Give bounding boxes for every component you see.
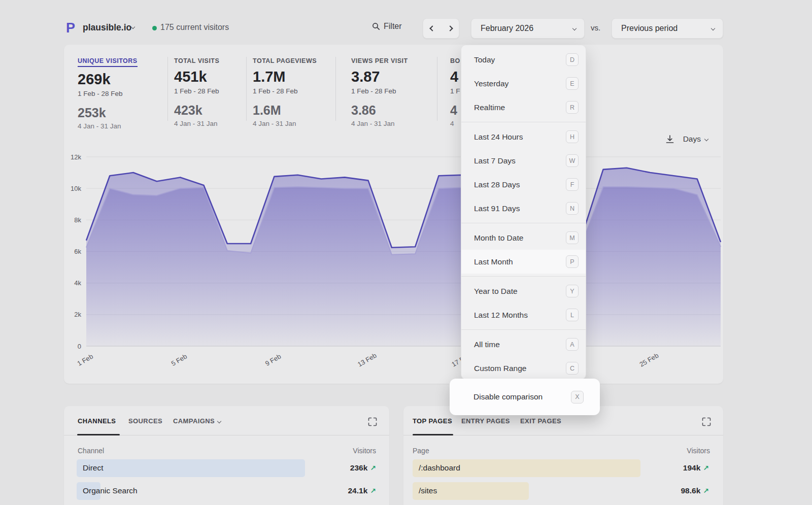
site-selector[interactable]: plausible.io xyxy=(83,22,131,33)
menu-item-custom-range[interactable]: Custom RangeC xyxy=(461,356,586,380)
next-period-arrow-button[interactable] xyxy=(447,25,453,31)
menu-item-disable-comparison[interactable]: Disable comparison xyxy=(473,392,543,401)
shortcut-badge: D xyxy=(566,53,579,66)
chevron-down-icon xyxy=(704,137,708,141)
stat-label: VIEWS PER VISIT xyxy=(351,57,408,64)
y-axis-tick: 4k xyxy=(74,279,81,287)
table-row[interactable]: /sites98.6k↗ xyxy=(413,482,709,500)
shortcut-badge: C xyxy=(566,362,579,375)
column-header: Visitors xyxy=(353,447,376,455)
comparison-menu: Disable comparison X xyxy=(450,379,600,415)
stat-prev-value: 3.86 xyxy=(351,104,443,117)
column-header: Page xyxy=(413,447,429,455)
stat-views-per-visit[interactable]: VIEWS PER VISIT3.871 Feb - 28 Feb3.864 J… xyxy=(351,56,443,127)
menu-item-last-month[interactable]: Last MonthP xyxy=(461,250,586,274)
stat-value: 451k xyxy=(174,69,265,84)
live-dot-icon xyxy=(152,26,157,30)
shortcut-badge: Y xyxy=(566,285,579,297)
row-bar xyxy=(77,459,305,477)
comparison-picker-button[interactable]: Previous period xyxy=(612,18,723,39)
channels-panel: CHANNELSSOURCESCAMPAIGNS Channel Visitor… xyxy=(64,406,389,505)
tab-campaigns[interactable]: CAMPAIGNS xyxy=(173,417,221,425)
menu-item-yesterday[interactable]: YesterdayE xyxy=(461,72,586,95)
menu-item-today[interactable]: TodayD xyxy=(461,48,586,72)
row-value: 24.1k↗ xyxy=(348,486,376,495)
menu-section: All timeACustom RangeC xyxy=(461,329,586,380)
menu-item-label: Last 24 Hours xyxy=(474,132,523,142)
stat-period: 1 Feb - 28 Feb xyxy=(253,87,344,95)
column-header: Channel xyxy=(78,447,104,455)
menu-item-label: Year to Date xyxy=(474,287,518,296)
menu-item-last-7-days[interactable]: Last 7 DaysW xyxy=(461,149,586,173)
shortcut-badge: R xyxy=(566,101,579,114)
chevron-down-icon xyxy=(711,26,715,30)
tab-label: CAMPAIGNS xyxy=(173,417,215,425)
table-row[interactable]: /:dashboard194k↗ xyxy=(413,459,709,477)
stat-total-visits[interactable]: TOTAL VISITS451k1 Feb - 28 Feb423k4 Jan … xyxy=(174,56,265,127)
stat-prev-period: 4 Jan - 31 Jan xyxy=(253,120,344,127)
filter-button[interactable]: Filter xyxy=(372,22,402,31)
shortcut-badge: L xyxy=(566,309,579,321)
menu-item-all-time[interactable]: All timeA xyxy=(461,332,586,356)
active-tab-underline xyxy=(413,434,453,435)
stat-divider xyxy=(437,57,437,121)
stat-value: 3.87 xyxy=(351,69,443,84)
stat-divider xyxy=(246,57,247,121)
tab-entry-pages[interactable]: ENTRY PAGES xyxy=(461,417,510,425)
stat-period: 1 Feb - 28 Feb xyxy=(78,90,169,97)
menu-item-label: Last 7 Days xyxy=(474,156,516,165)
menu-section: Last 24 HoursHLast 7 DaysWLast 28 DaysFL… xyxy=(461,122,586,223)
visitors-card: UNIQUE VISITORS269k1 Feb - 28 Feb253k4 J… xyxy=(64,45,723,384)
menu-item-last-24-hours[interactable]: Last 24 HoursH xyxy=(461,125,586,149)
main-series-line xyxy=(86,168,721,248)
x-axis-tick: 5 Feb xyxy=(170,352,188,367)
tab-label: CHANNELS xyxy=(78,417,116,425)
stat-prev-period: 4 Jan - 31 Jan xyxy=(78,122,169,130)
current-visitors-link[interactable]: 175 current visitors xyxy=(160,23,229,32)
menu-item-year-to-date[interactable]: Year to DateY xyxy=(461,279,586,303)
shortcut-badge: N xyxy=(566,202,579,215)
menu-item-label: Custom Range xyxy=(474,364,526,373)
tab-exit-pages[interactable]: EXIT PAGES xyxy=(520,417,561,425)
chevron-down-icon xyxy=(217,419,221,423)
expand-icon[interactable] xyxy=(702,417,711,426)
x-axis-tick: 9 Feb xyxy=(264,352,282,367)
filter-label: Filter xyxy=(384,22,402,31)
date-arrows xyxy=(423,18,459,39)
top-bar: P plausible.io 175 current visitors Filt… xyxy=(0,0,812,41)
stat-total-pageviews[interactable]: TOTAL PAGEVIEWS1.7M1 Feb - 28 Feb1.6M4 J… xyxy=(253,56,344,127)
stat-label: BO xyxy=(450,57,460,64)
menu-item-last-28-days[interactable]: Last 28 DaysF xyxy=(461,173,586,196)
row-value: 98.6k↗ xyxy=(681,486,709,495)
date-range-picker-button[interactable]: February 2026 xyxy=(471,18,585,39)
stat-label: TOTAL VISITS xyxy=(174,57,219,64)
tab-sources[interactable]: SOURCES xyxy=(128,417,162,425)
stat-unique-visitors[interactable]: UNIQUE VISITORS269k1 Feb - 28 Feb253k4 J… xyxy=(78,56,169,130)
tab-label: ENTRY PAGES xyxy=(461,417,510,425)
stat-prev-period: 4 Jan - 31 Jan xyxy=(174,120,265,127)
menu-item-label: Yesterday xyxy=(474,79,509,88)
download-icon[interactable] xyxy=(665,134,675,144)
menu-item-last-12-months[interactable]: Last 12 MonthsL xyxy=(461,303,586,327)
y-axis-tick: 8k xyxy=(74,216,81,224)
menu-item-label: Today xyxy=(474,55,495,64)
shortcut-badge: X xyxy=(571,391,584,403)
tab-top-pages[interactable]: TOP PAGES xyxy=(413,417,452,425)
menu-item-label: Realtime xyxy=(474,103,505,112)
stat-period: 1 Feb - 28 Feb xyxy=(351,87,443,95)
menu-item-last-91-days[interactable]: Last 91 DaysN xyxy=(461,196,586,220)
menu-item-realtime[interactable]: RealtimeR xyxy=(461,95,586,119)
stat-prev-value: 423k xyxy=(174,104,265,117)
table-row[interactable]: Organic Search24.1k↗ xyxy=(77,482,376,500)
menu-item-label: Last 91 Days xyxy=(474,204,520,213)
table-row[interactable]: Direct236k↗ xyxy=(77,459,376,477)
menu-item-label: Month to Date xyxy=(474,233,523,243)
expand-icon[interactable] xyxy=(368,417,377,426)
shortcut-badge: F xyxy=(566,178,579,191)
interval-dropdown[interactable]: Days xyxy=(683,134,708,144)
menu-item-month-to-date[interactable]: Month to DateM xyxy=(461,226,586,250)
x-axis-tick: 25 Feb xyxy=(638,351,660,368)
prev-period-arrow-button[interactable] xyxy=(429,25,435,31)
tab-channels[interactable]: CHANNELS xyxy=(78,417,116,425)
row-name: Direct xyxy=(83,463,103,473)
